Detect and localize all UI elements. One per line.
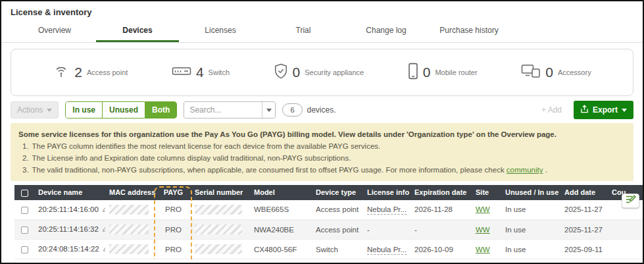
site-link[interactable]: WW — [476, 226, 490, 234]
serial-number-redacted — [195, 244, 242, 254]
table-header-row: Device name MAC address PAYG Serial numb… — [14, 185, 643, 200]
tab-overview[interactable]: Overview — [13, 20, 96, 42]
add-date-value: 2025-11-27 — [560, 200, 608, 220]
add-date-value: 2025-11-27 — [560, 220, 608, 240]
filter-unused-button[interactable]: Unused — [103, 102, 145, 118]
col-header-expiration-date[interactable]: Expiration date — [410, 185, 472, 200]
accessory-count: 0 — [545, 65, 553, 80]
license-info-value: Nebula Pr... — [367, 205, 407, 215]
tab-bar: Overview Devices Licenses Trial Change l… — [1, 20, 643, 43]
summary-accessory: 0 Accessory — [521, 63, 591, 82]
notice-item-3: 3.The valid traditional, non-PAYG subscr… — [18, 164, 626, 176]
mac-address-redacted — [109, 244, 149, 254]
devices-table: Device name MAC address PAYG Serial numb… — [14, 185, 643, 259]
col-header-site[interactable]: Site — [472, 185, 501, 200]
notice-item-number: 3. — [22, 166, 29, 174]
device-name[interactable]: 20:25:11:14:16:32 — [38, 225, 99, 233]
col-header-device-type[interactable]: Device type — [312, 185, 363, 200]
tab-licenses[interactable]: Licenses — [179, 20, 262, 42]
export-label: Export — [593, 105, 618, 115]
edit-device-name-icon[interactable] — [102, 206, 105, 214]
tab-trial[interactable]: Trial — [262, 20, 345, 42]
device-type-value: Access point — [312, 200, 363, 220]
actions-label: Actions — [17, 105, 43, 115]
payg-value: PRO — [156, 220, 191, 240]
search-input[interactable] — [184, 102, 262, 118]
license-info-value: Nebula Pr... — [367, 246, 407, 255]
edit-device-name-icon[interactable] — [103, 246, 105, 253]
license-info-value: - — [363, 220, 410, 240]
expiration-date-value: - — [410, 220, 472, 240]
edit-columns-button[interactable] — [622, 194, 639, 208]
expiration-date-value: 2026-10-09 — [410, 240, 472, 259]
export-icon — [580, 105, 589, 115]
table-row[interactable]: 20:24:08:15:14:22 PRO CX4800-56F Switch … — [14, 240, 643, 259]
mobile-router-icon — [408, 63, 418, 82]
devices-table-wrap: Device name MAC address PAYG Serial numb… — [14, 185, 643, 259]
notice-item-number: 1. — [22, 142, 29, 150]
switch-icon — [172, 65, 191, 80]
toolbar: Actions In use Unused Both 6 devices. + … — [11, 101, 633, 119]
community-link[interactable]: community — [507, 166, 543, 174]
search-box — [184, 101, 276, 119]
device-summary-card: 2 Access point 4 Switch 0 Security appli… — [11, 49, 633, 96]
notice-item-1: 1.The PAYG column identifies the most re… — [18, 140, 626, 152]
tab-change-log[interactable]: Change log — [345, 20, 428, 42]
site-link[interactable]: WW — [476, 246, 490, 253]
license-inventory-page: License & inventory Overview Devices Lic… — [0, 0, 644, 264]
col-header-license-info[interactable]: License info — [363, 185, 410, 200]
notice-item-text: The valid traditional, non-PAYG subscrip… — [32, 166, 505, 174]
notice-item-text: The PAYG column identifies the most rele… — [32, 142, 381, 150]
usage-value: In use — [501, 240, 560, 259]
site-link[interactable]: WW — [476, 205, 490, 213]
notice-after-link: . — [545, 166, 547, 174]
accessory-label: Accessory — [558, 68, 591, 76]
page-title: License & inventory — [1, 1, 643, 18]
table-row[interactable]: 20:25:11:14:16:00 PRO WBE665S Access poi… — [14, 200, 643, 220]
col-header-payg[interactable]: PAYG — [156, 185, 191, 200]
model-value: WBE665S — [250, 200, 312, 220]
export-button[interactable]: Export — [574, 101, 633, 119]
notice-item-number: 2. — [22, 154, 29, 162]
security-appliance-count: 0 — [293, 65, 301, 80]
row-checkbox[interactable] — [21, 246, 28, 253]
caret-down-icon — [622, 109, 627, 112]
filter-both-button[interactable]: Both — [145, 102, 176, 118]
security-appliance-label: Security appliance — [305, 68, 364, 76]
col-header-device-name[interactable]: Device name — [34, 185, 105, 200]
filter-in-use-button[interactable]: In use — [66, 102, 103, 118]
payg-notice-banner: Some service licenses for this organizat… — [11, 123, 633, 181]
row-checkbox[interactable] — [21, 226, 28, 234]
edit-list-icon — [626, 195, 636, 207]
mobile-router-count: 0 — [423, 65, 431, 80]
tab-devices[interactable]: Devices — [96, 20, 179, 42]
col-header-serial-number[interactable]: Serial number — [191, 185, 250, 200]
col-header-model[interactable]: Model — [250, 185, 312, 200]
notice-item-text: The License info and Expiration date col… — [32, 154, 351, 162]
actions-button[interactable]: Actions — [11, 101, 59, 119]
caret-down-icon — [47, 109, 52, 112]
tab-purchase-history[interactable]: Purchase history — [428, 20, 510, 42]
add-button[interactable]: + Add — [536, 102, 567, 118]
col-header-add-date[interactable]: Add date — [560, 185, 608, 200]
device-name[interactable]: 20:25:11:14:16:00 — [38, 205, 99, 213]
select-all-checkbox[interactable] — [21, 190, 28, 197]
country-value — [608, 220, 643, 240]
expiration-date-value: 2026-11-28 — [410, 200, 472, 220]
serial-number-redacted — [195, 205, 242, 215]
caret-down-icon — [266, 109, 272, 112]
edit-device-name-icon[interactable] — [102, 226, 105, 234]
mac-address-redacted — [109, 224, 149, 234]
mobile-router-label: Mobile router — [435, 68, 477, 76]
col-header-usage[interactable]: Unused / In use — [501, 185, 560, 200]
country-value — [608, 240, 643, 259]
summary-switch: 4 Switch — [172, 65, 230, 80]
summary-access-point: 2 Access point — [53, 63, 128, 82]
col-header-mac-address[interactable]: MAC address — [105, 185, 156, 200]
payg-value: PRO — [156, 200, 191, 220]
table-row[interactable]: 20:25:11:14:16:32 PRO NWA240BE Access po… — [14, 220, 643, 240]
search-dropdown-button[interactable] — [262, 102, 275, 118]
accessory-icon — [521, 63, 541, 82]
row-checkbox[interactable] — [21, 207, 28, 214]
device-name[interactable]: 20:24:08:15:14:22 — [38, 245, 99, 253]
